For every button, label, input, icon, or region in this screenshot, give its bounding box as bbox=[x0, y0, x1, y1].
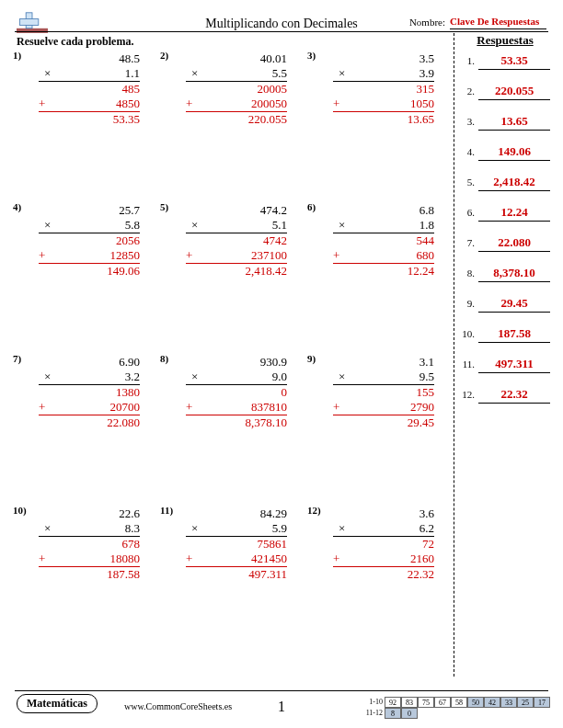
partial-2: +200050 bbox=[186, 97, 287, 112]
answer-value: 12.24 bbox=[478, 205, 550, 222]
plus-sign: + bbox=[333, 97, 339, 111]
answers-title: Respuestas bbox=[460, 33, 550, 48]
score-cell: 42 bbox=[484, 697, 500, 708]
multiply-sign: × bbox=[191, 66, 198, 81]
problem: 5)474.2×5.14742+2371002,418.42 bbox=[160, 201, 307, 353]
multiply-sign: × bbox=[339, 521, 345, 536]
multiplier-row: ×8.3 bbox=[39, 521, 140, 537]
page-number: 1 bbox=[278, 699, 285, 715]
result: 8,378.10 bbox=[186, 415, 287, 430]
multiply-sign: × bbox=[339, 218, 345, 233]
problem-number: 8) bbox=[160, 353, 168, 364]
score-cell: 50 bbox=[467, 697, 484, 708]
answer-row: 5.2,418.42 bbox=[460, 175, 550, 191]
solve-instruction: Resuelve cada problema. bbox=[17, 35, 133, 49]
answer-value: 187.58 bbox=[478, 326, 550, 343]
score-cell: 25 bbox=[517, 697, 534, 708]
partial-1: 2056 bbox=[39, 233, 140, 248]
answer-value: 497.311 bbox=[478, 357, 550, 373]
answer-number: 9. bbox=[460, 298, 478, 309]
problem: 4)25.7×5.82056+12850149.06 bbox=[13, 201, 160, 353]
plus-sign: + bbox=[39, 248, 45, 263]
answer-row: 10.187.58 bbox=[460, 326, 550, 343]
problem-number: 11) bbox=[160, 505, 173, 516]
score-cell: 58 bbox=[451, 697, 467, 708]
multiplier-row: ×3.2 bbox=[39, 370, 140, 385]
problem: 7)6.90×3.21380+2070022.080 bbox=[13, 353, 160, 505]
answer-row: 8.8,378.10 bbox=[460, 266, 550, 282]
answer-value: 149.06 bbox=[478, 144, 550, 161]
partial-1: 544 bbox=[333, 233, 434, 248]
problem: 9)3.1×9.5155+279029.45 bbox=[307, 353, 454, 505]
plus-sign: + bbox=[39, 552, 45, 566]
multiplicand: 930.9 bbox=[186, 355, 287, 370]
result: 149.06 bbox=[39, 264, 140, 279]
plus-sign: + bbox=[333, 552, 339, 566]
problem-number: 12) bbox=[307, 505, 321, 516]
name-value: Clave De Respuestas bbox=[450, 16, 546, 29]
answer-value: 22.080 bbox=[478, 235, 550, 252]
answers-column: Respuestas 1.53.352.220.0553.13.654.149.… bbox=[454, 33, 550, 677]
partial-2: +12850 bbox=[39, 248, 140, 264]
result: 22.080 bbox=[39, 415, 140, 430]
problem-number: 1) bbox=[13, 50, 21, 61]
name-label: Nombre: bbox=[409, 17, 445, 28]
answer-value: 29.45 bbox=[478, 296, 550, 313]
multiplicand: 3.6 bbox=[333, 506, 434, 521]
problem: 1)48.5×1.1485+485053.35 bbox=[13, 50, 160, 201]
plus-sign: + bbox=[186, 97, 192, 111]
answer-row: 2.220.055 bbox=[460, 84, 550, 100]
result: 187.58 bbox=[39, 567, 140, 582]
partial-1: 485 bbox=[39, 82, 140, 97]
answer-value: 220.055 bbox=[478, 84, 550, 100]
multiply-sign: × bbox=[339, 66, 345, 81]
result: 53.35 bbox=[39, 112, 140, 127]
subject-badge: Matemáticas bbox=[17, 694, 98, 713]
multiply-sign: × bbox=[191, 218, 198, 233]
multiplier-row: ×6.2 bbox=[333, 521, 434, 537]
multiply-sign: × bbox=[191, 370, 198, 384]
partial-2: +2790 bbox=[333, 400, 434, 415]
plus-sign: + bbox=[39, 400, 45, 415]
plus-sign: + bbox=[333, 400, 339, 415]
problem-number: 2) bbox=[160, 50, 168, 61]
problem: 6)6.8×1.8544+68012.24 bbox=[307, 201, 454, 353]
multiplier-row: ×5.9 bbox=[186, 521, 287, 537]
partial-2: +18080 bbox=[39, 552, 140, 567]
partial-1: 155 bbox=[333, 385, 434, 400]
score-cell: 83 bbox=[401, 697, 418, 708]
answer-row: 12.22.32 bbox=[460, 387, 550, 404]
plus-sign: + bbox=[186, 552, 192, 566]
answer-row: 7.22.080 bbox=[460, 235, 550, 252]
result: 220.055 bbox=[186, 112, 287, 127]
partial-2: +1050 bbox=[333, 97, 434, 112]
answer-number: 5. bbox=[460, 176, 478, 188]
multiplier-row: ×9.0 bbox=[186, 370, 287, 385]
problem-number: 7) bbox=[13, 353, 21, 364]
partial-2: +837810 bbox=[186, 400, 287, 415]
multiply-sign: × bbox=[44, 370, 51, 384]
multiplicand: 474.2 bbox=[186, 203, 287, 218]
plus-sign: + bbox=[186, 248, 192, 263]
score-cell: 1-10 bbox=[366, 697, 385, 708]
problem-number: 4) bbox=[13, 201, 21, 212]
plus-sign: + bbox=[39, 97, 45, 111]
result: 2,418.42 bbox=[186, 264, 287, 279]
problem: 11)84.29×5.975861+421450497.311 bbox=[160, 505, 307, 656]
result: 12.24 bbox=[333, 264, 434, 279]
partial-1: 678 bbox=[39, 537, 140, 552]
multiplier-row: ×5.8 bbox=[39, 218, 140, 233]
multiplicand: 6.90 bbox=[39, 355, 140, 370]
multiply-sign: × bbox=[44, 218, 51, 233]
problem-number: 5) bbox=[160, 201, 168, 212]
problem: 3)3.5×3.9315+105013.65 bbox=[307, 50, 454, 201]
partial-1: 75861 bbox=[186, 537, 287, 552]
multiplier-row: ×5.1 bbox=[186, 218, 287, 233]
multiplier-row: ×9.5 bbox=[333, 370, 434, 385]
answer-row: 1.53.35 bbox=[460, 53, 550, 70]
multiplicand: 3.1 bbox=[333, 355, 434, 370]
answer-value: 53.35 bbox=[478, 53, 550, 70]
multiplicand: 22.6 bbox=[39, 506, 140, 521]
multiplicand: 84.29 bbox=[186, 506, 287, 521]
score-cell: 8 bbox=[385, 708, 401, 719]
